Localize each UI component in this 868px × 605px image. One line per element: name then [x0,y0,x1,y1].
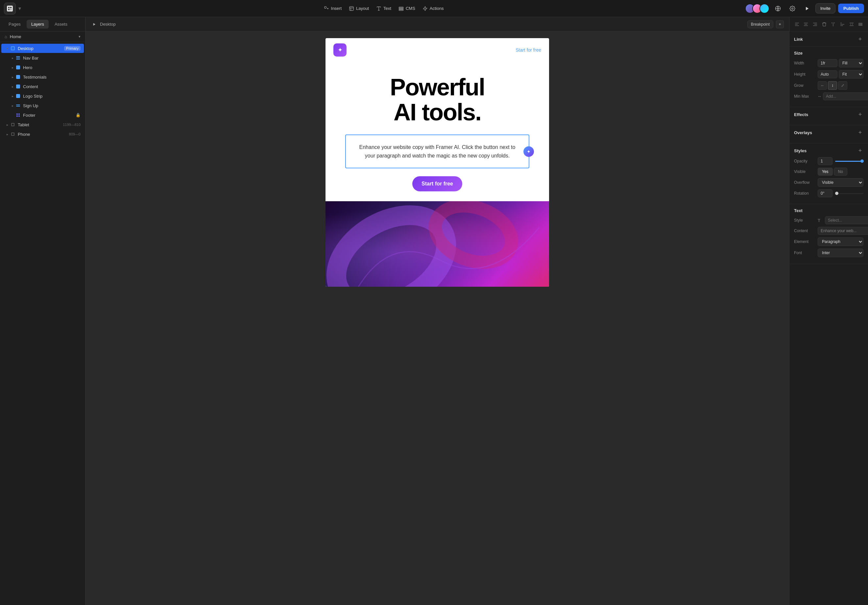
publish-button[interactable]: Publish [838,4,864,13]
layer-name-tablet: Tablet [18,122,63,127]
overlays-section: Overlays + [789,125,868,143]
layer-toggle-content: ▸ [10,84,15,89]
align-right-icon[interactable] [811,20,819,29]
cms-button[interactable]: CMS [395,4,418,13]
layer-item-logostrip[interactable]: ▸ Logo Strip [1,92,84,101]
ai-assist-icon[interactable]: ✦ [524,146,534,157]
align-left-icon[interactable] [793,20,801,29]
delete-icon[interactable] [820,20,829,29]
page-hero: Powerful AI tools. [326,62,549,135]
canvas-content[interactable]: ✦ Start for free Powerful AI tools. Enha… [85,31,789,605]
layer-item-footer[interactable]: Footer 🔒 [1,110,84,120]
content-input[interactable] [818,227,868,235]
start-free-link[interactable]: Start for free [516,47,541,53]
svg-rect-6 [399,7,403,8]
align-bottom-icon[interactable] [838,20,846,29]
height-mode-select[interactable]: Fit Fill Fixed [839,70,863,79]
height-input[interactable] [818,70,837,78]
globe-button[interactable] [772,3,784,14]
layer-item-phone[interactable]: ▸ Phone 809—0 [1,130,84,139]
overlays-header: Overlays + [794,129,863,136]
insert-button[interactable]: Insert [321,4,345,13]
add-breakpoint-button[interactable]: + [776,20,784,28]
layer-toggle-hero: ▸ [10,65,15,70]
styles-section: Styles + Opacity Visible Yes [789,143,868,204]
opacity-label: Opacity [794,159,818,163]
grow-horizontal-icon[interactable]: ↔ [818,81,827,90]
layer-badge-desktop: Primary [64,46,81,51]
tab-assets[interactable]: Assets [50,20,72,29]
opacity-slider[interactable] [835,161,863,162]
settings-button[interactable] [786,3,798,14]
tab-layers[interactable]: Layers [26,20,49,29]
overflow-select[interactable]: Visible Hidden Scroll [818,178,863,187]
distribute-icon[interactable] [847,20,856,29]
layer-icon-footer [15,112,21,118]
rotation-label: Rotation [794,191,818,195]
font-label: Font [794,251,818,255]
link-add-button[interactable]: + [857,36,863,42]
layer-item-tablet[interactable]: ▸ Tablet 1199—810 [1,120,84,129]
layer-icon-navbar [15,55,21,61]
page-frame: ✦ Start for free Powerful AI tools. Enha… [326,38,549,287]
layer-item-navbar[interactable]: ▸ Nav Bar [1,53,84,62]
page-body-text: Enhance your website copy with Framer AI… [354,143,521,160]
font-select[interactable]: Inter Roboto Helvetica [818,248,863,257]
canvas-play-icon[interactable] [91,21,97,28]
layer-toggle-icon: ▾ [5,46,10,51]
opacity-input[interactable] [818,157,832,165]
breakpoint-button[interactable]: Breakpoint [747,20,773,28]
text-style-icon: T [818,218,824,223]
svg-rect-5 [349,6,353,11]
layer-name-hero: Hero [23,65,81,70]
width-input[interactable] [818,59,837,67]
layer-item-content[interactable]: ▸ Content [1,82,84,91]
more-options-icon[interactable] [856,20,865,29]
align-top-icon[interactable] [829,20,838,29]
layout-button[interactable]: Layout [346,4,372,13]
rotation-row: Rotation [794,189,863,197]
layer-toggle-navbar: ▸ [10,55,15,60]
layer-item-testimonials[interactable]: ▸ Testimonials [1,72,84,82]
logo-button[interactable] [4,3,16,14]
rotation-input[interactable] [818,189,832,197]
svg-rect-4 [324,6,326,8]
page-cta: Start for free [326,176,549,191]
visible-yes-button[interactable]: Yes [818,168,833,175]
align-center-icon[interactable] [802,20,811,29]
styles-add-button[interactable]: + [857,147,863,154]
style-select[interactable] [825,216,868,224]
minmax-input[interactable] [823,92,868,100]
visible-buttons: Yes No [818,168,847,175]
tab-pages[interactable]: Pages [4,20,25,29]
visible-no-button[interactable]: No [834,168,847,175]
grow-label: Grow [794,83,818,88]
invite-button[interactable]: Invite [815,3,835,14]
home-selector[interactable]: ⌂ Home ▾ [0,31,85,42]
svg-rect-7 [399,8,403,9]
text-button[interactable]: Text [373,4,395,13]
page-text-box[interactable]: Enhance your website copy with Framer AI… [345,135,529,168]
layer-item-desktop[interactable]: ▾ Desktop Primary [1,44,84,53]
layer-item-hero[interactable]: ▸ Hero [1,63,84,72]
actions-button[interactable]: Actions [419,4,447,13]
text-title: Text [794,208,803,213]
svg-point-10 [792,8,794,9]
canvas-toolbar: Desktop Breakpoint + [85,17,789,31]
star-icon: ✦ [338,47,343,54]
alignment-icons [789,17,868,32]
overlays-add-button[interactable]: + [857,129,863,136]
width-mode-select[interactable]: Fill Fit Fixed [839,59,863,67]
grow-vertical-icon[interactable]: ↕ [828,81,837,90]
content-row: Content [794,227,863,235]
rotation-slider[interactable] [835,193,863,194]
cta-button[interactable]: Start for free [412,176,462,191]
layer-item-signup[interactable]: ▸ Sign Up [1,101,84,110]
effects-add-button[interactable]: + [857,111,863,118]
grow-both-icon[interactable]: ⤢ [838,81,847,90]
layer-toggle-tablet: ▸ [5,122,10,127]
play-button[interactable] [801,3,813,14]
element-select[interactable]: Paragraph Heading 1 Heading 2 Span [818,237,863,246]
link-title: Link [794,37,803,42]
layer-toggle-phone: ▸ [5,132,10,137]
